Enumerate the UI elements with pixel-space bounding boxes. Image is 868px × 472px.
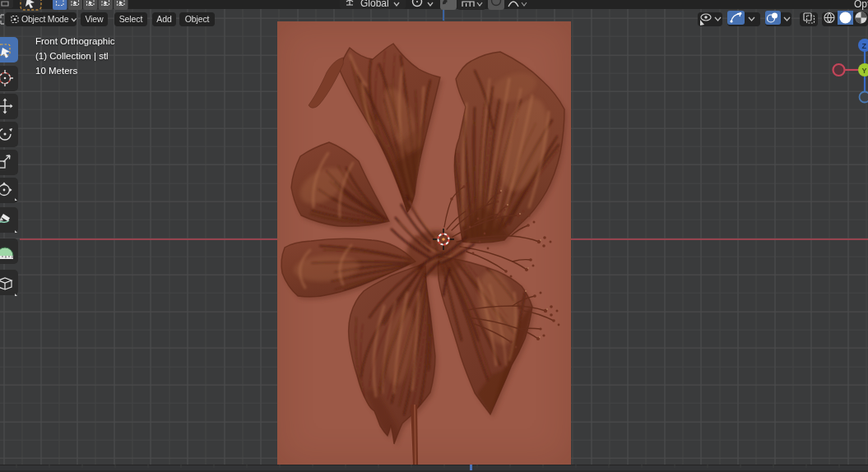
svg-text:Optio: Optio: [854, 0, 868, 10]
svg-text:Global: Global: [360, 0, 389, 9]
svg-text:Z: Z: [862, 42, 867, 50]
svg-text:Y: Y: [862, 67, 867, 75]
